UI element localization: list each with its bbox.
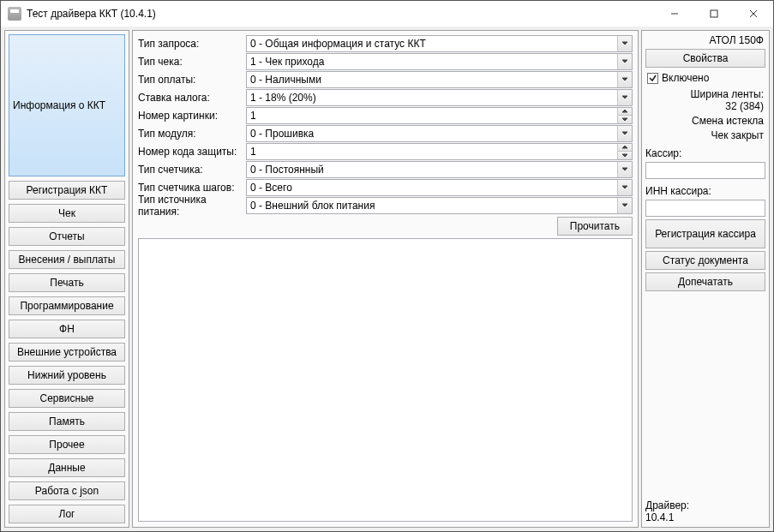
titlebar: Тест драйвера ККТ (10.4.1) (1, 1, 773, 27)
pic_num-spinner[interactable]: 1 (246, 107, 633, 124)
tape-width-label: Ширина ленты: (645, 88, 764, 100)
enabled-checkbox[interactable] (647, 73, 658, 84)
reprint-button[interactable]: Допечатать (645, 272, 765, 291)
cashier-inn-label: ИНН кассира: (645, 182, 765, 197)
nav-item-4[interactable]: Внесения / выплаты (9, 250, 125, 269)
power_type-select[interactable]: 0 - Внешний блок питания (246, 197, 633, 214)
module_type-label: Тип модуля: (138, 128, 246, 140)
nav-item-10[interactable]: Сервисные (9, 389, 125, 408)
cashier-inn-input[interactable] (645, 200, 765, 217)
nav-item-12[interactable]: Прочее (9, 435, 125, 454)
shift-status: Смена истекла (645, 115, 765, 127)
power_type-label: Тип источника питания: (138, 194, 246, 218)
spin-up-icon[interactable] (618, 144, 632, 152)
nav-item-13[interactable]: Данные (9, 458, 125, 477)
nav-item-6[interactable]: Программирование (9, 296, 125, 315)
nav-item-15[interactable]: Лог (9, 505, 125, 523)
minimize-button[interactable] (655, 1, 694, 27)
tax_rate-label: Ставка налога: (138, 92, 246, 104)
spin-down-icon[interactable] (618, 116, 632, 123)
chevron-down-icon (617, 90, 632, 105)
step_counter-label: Тип счетчика шагов: (138, 182, 246, 194)
window-title: Тест драйвера ККТ (10.4.1) (27, 7, 655, 20)
module_type-select[interactable]: 0 - Прошивка (246, 125, 633, 142)
tape-width-value: 32 (384) (645, 100, 764, 112)
output-area[interactable] (138, 238, 633, 522)
chevron-down-icon (617, 162, 632, 177)
cashier-input[interactable] (645, 162, 765, 179)
chevron-down-icon (617, 126, 632, 141)
nav-item-5[interactable]: Печать (9, 273, 125, 292)
chevron-down-icon (617, 72, 632, 87)
chevron-down-icon (617, 54, 632, 69)
counter_type-label: Тип счетчика: (138, 164, 246, 176)
request_type-select[interactable]: 0 - Общая информация и статус ККТ (246, 35, 633, 52)
nav-item-8[interactable]: Внешние устройства (9, 343, 125, 362)
pay_type-label: Тип оплаты: (138, 74, 246, 86)
nav-item-14[interactable]: Работа с json (9, 481, 125, 500)
prot_code_num-spinner[interactable]: 1 (246, 143, 633, 160)
driver-label: Драйвер: (645, 499, 765, 511)
prot_code_num-label: Номер кода защиты: (138, 146, 246, 158)
nav-item-3[interactable]: Отчеты (9, 227, 125, 246)
close-button[interactable] (734, 1, 773, 27)
nav-item-0[interactable]: Информация о ККТ (9, 34, 125, 176)
check-status: Чек закрыт (645, 129, 765, 141)
side-panel: АТОЛ 150Ф Свойства Включено Ширина ленты… (641, 30, 770, 528)
nav-item-7[interactable]: ФН (9, 320, 125, 338)
cashier-label: Кассир: (645, 144, 765, 159)
nav-item-11[interactable]: Память (9, 412, 125, 431)
enabled-label: Включено (662, 72, 709, 84)
chevron-down-icon (617, 180, 632, 195)
tax_rate-select[interactable]: 1 - 18% (20%) (246, 89, 633, 106)
check_type-select[interactable]: 1 - Чек прихода (246, 53, 633, 70)
properties-button[interactable]: Свойства (645, 49, 765, 68)
spin-up-icon[interactable] (618, 108, 632, 117)
chevron-down-icon (617, 36, 632, 51)
nav-panel: Информация о ККТРегистрация ККТЧекОтчеты… (4, 30, 129, 528)
request_type-label: Тип запроса: (138, 38, 246, 50)
app-icon (8, 7, 21, 21)
register-cashier-button[interactable]: Регистрация кассира (645, 219, 765, 248)
chevron-down-icon (617, 198, 632, 213)
doc-status-button[interactable]: Статус документа (645, 251, 765, 270)
nav-item-2[interactable]: Чек (9, 204, 125, 223)
check_type-label: Тип чека: (138, 56, 246, 68)
svg-rect-0 (711, 10, 717, 17)
counter_type-select[interactable]: 0 - Постоянный (246, 161, 633, 178)
driver-version: 10.4.1 (645, 511, 765, 523)
pic_num-label: Номер картинки: (138, 110, 246, 122)
nav-item-1[interactable]: Регистрация ККТ (9, 181, 125, 200)
main-panel: Тип запроса:0 - Общая информация и стату… (132, 30, 639, 528)
maximize-button[interactable] (694, 1, 734, 27)
nav-item-9[interactable]: Нижний уровень (9, 366, 125, 385)
spin-down-icon[interactable] (618, 152, 632, 159)
read-button[interactable]: Прочитать (557, 217, 633, 236)
device-name: АТОЛ 150Ф (645, 34, 765, 46)
pay_type-select[interactable]: 0 - Наличными (246, 71, 633, 88)
step_counter-select[interactable]: 0 - Всего (246, 179, 633, 196)
